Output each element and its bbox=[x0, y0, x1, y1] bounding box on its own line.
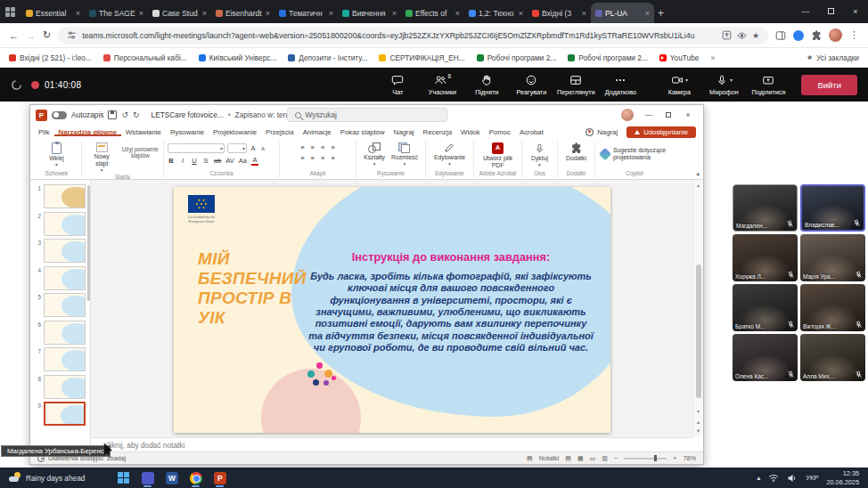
minimize-button[interactable]: — bbox=[793, 7, 818, 16]
participants-button[interactable]: 6 Учасники bbox=[420, 74, 464, 96]
designer-button[interactable]: Sugestie dotyczące projektowania bbox=[599, 142, 670, 161]
normal-view-button[interactable]: ▤ bbox=[565, 455, 571, 462]
slide-title-textbox[interactable]: МІЙ БЕЗПЕЧНИЙ ПРОСТІР В УІК bbox=[198, 249, 307, 328]
password-eye-icon[interactable] bbox=[737, 32, 747, 39]
volume-icon[interactable] bbox=[787, 474, 798, 483]
tab-close-icon[interactable]: × bbox=[76, 9, 80, 18]
taskbar-chrome-icon[interactable] bbox=[189, 471, 202, 485]
close-button[interactable]: × bbox=[843, 7, 868, 16]
extension-icon[interactable] bbox=[793, 30, 804, 41]
ppt-minimize-button[interactable]: — bbox=[639, 110, 659, 119]
share-button[interactable]: Поділитися bbox=[746, 74, 790, 96]
view-button[interactable]: Переглянути bbox=[553, 74, 598, 96]
tab-close-icon[interactable]: × bbox=[455, 9, 460, 18]
ppt-close-button[interactable]: × bbox=[678, 110, 698, 119]
slide-thumbnail[interactable]: 7 bbox=[33, 347, 90, 371]
participant-tile[interactable]: Алла Мих... bbox=[800, 334, 865, 381]
font-name-select[interactable]: ▾ bbox=[168, 143, 225, 153]
paste-button[interactable]: Wklej▾ bbox=[47, 142, 66, 168]
browser-tab[interactable]: Essential× bbox=[21, 3, 85, 23]
react-button[interactable]: Реагувати bbox=[509, 74, 553, 96]
underline-button[interactable]: U bbox=[191, 157, 198, 165]
grow-font-button[interactable]: A bbox=[250, 144, 257, 152]
slide-thumbnail[interactable]: 1 bbox=[33, 184, 90, 208]
bookmark-item[interactable]: Персональный кабі... bbox=[103, 53, 187, 62]
ribbon-tab-insert[interactable]: Wstawianie bbox=[121, 128, 166, 136]
bookmark-item[interactable]: Депозити - Інститу... bbox=[288, 53, 367, 62]
tab-close-icon[interactable]: × bbox=[392, 9, 397, 18]
camera-button[interactable]: ▾ Камера bbox=[657, 74, 701, 96]
participant-tile[interactable]: Марія Ура... bbox=[800, 234, 865, 281]
ribbon-tab-design[interactable]: Projektowanie bbox=[209, 128, 261, 136]
redo-icon[interactable]: ↻ bbox=[133, 110, 140, 119]
ribbon-tab-acrobat[interactable]: Acrobat bbox=[515, 128, 548, 136]
translate-icon[interactable] bbox=[722, 30, 732, 40]
shrink-font-button[interactable]: A bbox=[259, 146, 266, 151]
more-button[interactable]: Додатково bbox=[598, 74, 643, 96]
ribbon-tab-plik[interactable]: Plik bbox=[34, 128, 54, 136]
browser-tab-active[interactable]: PL-UA× bbox=[591, 3, 654, 23]
chevron-down-icon[interactable]: ▾ bbox=[730, 77, 733, 83]
tab-close-icon[interactable]: × bbox=[582, 9, 586, 18]
ribbon-tab-help[interactable]: Pomoc bbox=[485, 128, 515, 136]
tab-close-icon[interactable]: × bbox=[139, 9, 143, 18]
text-shadow-button[interactable]: S bbox=[202, 157, 209, 165]
bookmark-item[interactable]: СЕРТИФІКАЦІЯ_ЕН... bbox=[379, 53, 464, 62]
tab-close-icon[interactable]: × bbox=[645, 9, 650, 18]
slide-canvas[interactable]: Co-funded by the European Union МІЙ БЕЗП… bbox=[174, 187, 610, 433]
zoom-slider-thumb[interactable] bbox=[654, 455, 657, 461]
forward-button[interactable]: → bbox=[26, 30, 36, 41]
reading-view-button[interactable]: ▭ bbox=[590, 455, 596, 462]
address-bar[interactable]: teams.microsoft.com/light-meetings/launc… bbox=[58, 27, 768, 45]
slide-thumbnail-selected[interactable]: 9 bbox=[33, 402, 90, 426]
notes-toggle[interactable]: Notatki bbox=[539, 454, 560, 462]
zoom-percent[interactable]: 78% bbox=[683, 454, 696, 462]
ribbon-tab-view[interactable]: Widok bbox=[456, 128, 485, 136]
browser-tab[interactable]: Вхідні (3× bbox=[528, 3, 591, 23]
chat-button[interactable]: Чат bbox=[375, 74, 420, 96]
side-panel-icon[interactable] bbox=[775, 30, 786, 41]
participant-tile[interactable]: Олена Кас... bbox=[733, 334, 798, 381]
browser-tab[interactable]: The SAGE× bbox=[85, 3, 148, 23]
share-presentation-button[interactable]: Udostępnianie bbox=[626, 126, 696, 138]
ribbon-tab-review[interactable]: Recenzja bbox=[419, 128, 457, 136]
reuse-slides-button[interactable]: Użyj ponownie slajdów bbox=[121, 142, 160, 159]
scrollbar-thumb[interactable] bbox=[696, 264, 701, 398]
slide-thumbnail[interactable]: 6 bbox=[33, 321, 90, 345]
taskbar-teams-icon[interactable] bbox=[141, 471, 154, 485]
slide-instruction-textbox[interactable]: Інструкція до виконання завдання: Будь л… bbox=[307, 251, 594, 354]
mic-button[interactable]: ▾ Мікрофон bbox=[701, 74, 746, 96]
extensions-puzzle-icon[interactable] bbox=[811, 30, 822, 41]
tab-close-icon[interactable]: × bbox=[266, 9, 270, 18]
zoom-out-button[interactable]: − bbox=[614, 454, 618, 462]
bold-button[interactable]: B bbox=[168, 157, 175, 165]
tray-expand-icon[interactable]: ▴ bbox=[757, 474, 761, 482]
italic-button[interactable]: I bbox=[179, 157, 186, 165]
slide-thumbnail[interactable]: 2 bbox=[33, 212, 90, 236]
bookmark-star-icon[interactable]: ★ bbox=[752, 31, 759, 40]
new-slide-button[interactable]: Nowy slajd▾ bbox=[86, 142, 119, 174]
align-right-button[interactable]: ≡ bbox=[321, 154, 324, 162]
browser-menu-icon[interactable]: ⋮ bbox=[849, 29, 859, 41]
bookmark-item[interactable]: Київський Універс... bbox=[199, 53, 277, 62]
bookmarks-overflow-icon[interactable]: » bbox=[710, 53, 715, 62]
scroll-down-icon[interactable]: ▾ bbox=[693, 408, 703, 414]
shapes-button[interactable]: Kształty▾ bbox=[362, 142, 387, 167]
font-color-button[interactable]: A bbox=[251, 156, 258, 166]
browser-tab[interactable]: 1,2: Техно× bbox=[464, 3, 528, 23]
slide-thumbnail[interactable]: 4 bbox=[33, 266, 90, 290]
bookmark-item[interactable]: Робочі програми 2... bbox=[477, 53, 557, 62]
profile-avatar[interactable] bbox=[829, 28, 842, 42]
align-left-button[interactable]: ≡ bbox=[300, 154, 304, 162]
record-button[interactable]: Nagraj bbox=[585, 128, 618, 136]
reload-button[interactable]: ↻ bbox=[43, 29, 51, 41]
addins-button[interactable]: Dodatki bbox=[564, 142, 588, 163]
save-icon[interactable] bbox=[108, 110, 117, 119]
leave-button[interactable]: Вийти bbox=[801, 75, 857, 95]
browser-tab[interactable]: Тематичн× bbox=[274, 3, 338, 23]
bookmark-item[interactable]: Робочі програми 2... bbox=[568, 53, 648, 62]
participant-tile[interactable]: Магдален... bbox=[733, 184, 798, 232]
raise-hand-button[interactable]: Підняти bbox=[464, 74, 509, 96]
taskbar-word-icon[interactable]: W bbox=[165, 471, 178, 485]
all-bookmarks-button[interactable]: ★Усі закладки bbox=[807, 53, 859, 62]
